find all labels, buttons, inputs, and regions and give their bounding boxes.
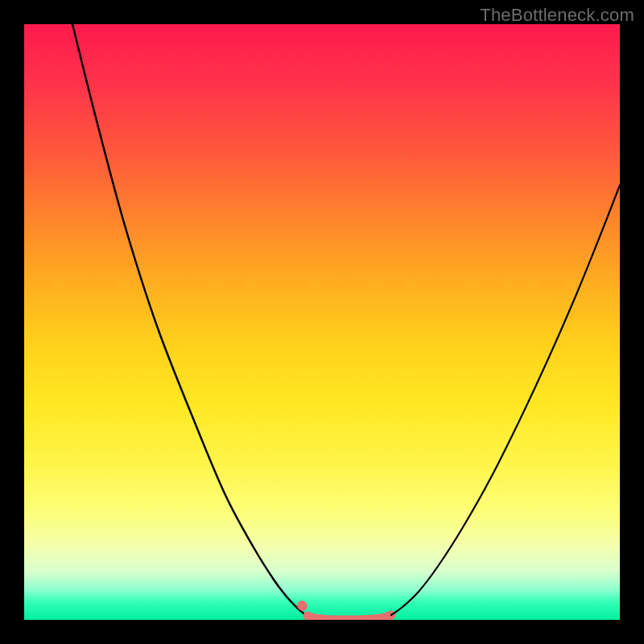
- chart-background-gradient: [24, 24, 620, 620]
- watermark-text: TheBottleneck.com: [480, 5, 634, 26]
- chart-frame: TheBottleneck.com: [0, 0, 644, 644]
